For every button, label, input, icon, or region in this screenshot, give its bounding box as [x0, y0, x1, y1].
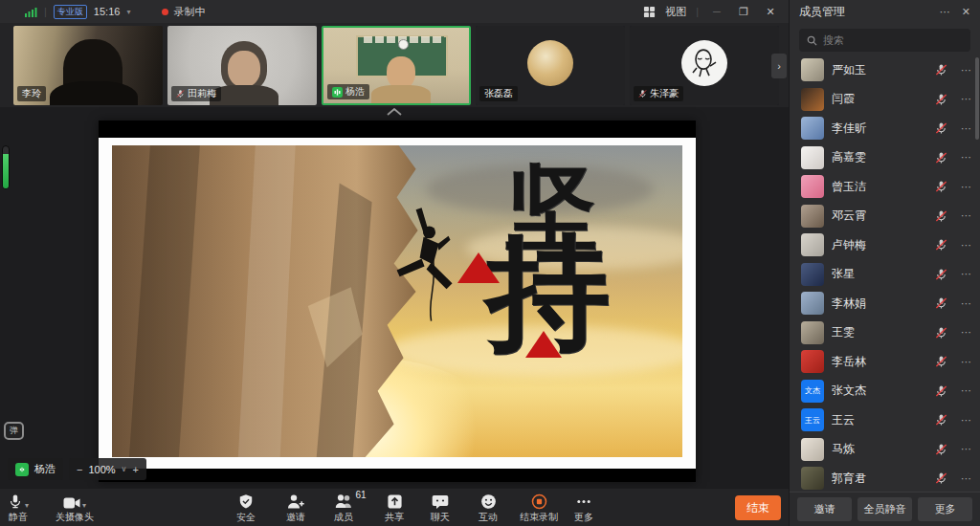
participant-avatar: [681, 40, 727, 86]
member-more-button[interactable]: ⋯: [961, 268, 972, 280]
muted-mic-icon[interactable]: [935, 384, 947, 398]
close-icon[interactable]: ✕: [762, 6, 779, 18]
member-row[interactable]: 文杰 张文杰 ⋯: [790, 377, 980, 406]
member-more-button[interactable]: ⋯: [961, 472, 972, 485]
panel-more-icon[interactable]: ⋯: [940, 6, 950, 18]
member-row[interactable]: 曾玉洁 ⋯: [790, 172, 980, 202]
member-row[interactable]: 李佳昕 ⋯: [790, 114, 980, 143]
muted-mic-icon[interactable]: [935, 443, 947, 456]
chat-button[interactable]: 聊天: [431, 492, 450, 524]
security-label: 安全: [236, 511, 256, 524]
recording-label: 录制中: [173, 5, 205, 19]
muted-mic-icon[interactable]: [935, 326, 947, 340]
member-more-button[interactable]: ⋯: [961, 297, 972, 310]
mic-dropdown-icon[interactable]: ▾: [25, 501, 29, 510]
camera-button[interactable]: ▾ 关摄像头: [56, 492, 94, 524]
muted-mic-icon[interactable]: [935, 93, 947, 106]
scrollbar[interactable]: [975, 57, 979, 140]
more-button[interactable]: 更多: [574, 492, 593, 524]
classroom-clock: [398, 39, 409, 50]
member-name: 闫霞: [832, 91, 927, 107]
camera-icon: [63, 496, 80, 510]
member-row[interactable]: 严如玉 ⋯: [790, 55, 980, 85]
muted-mic-icon[interactable]: [935, 355, 947, 368]
muted-mic-icon[interactable]: [935, 413, 947, 427]
member-row[interactable]: 邓云霄 ⋯: [790, 202, 980, 231]
member-more-button[interactable]: ⋯: [961, 181, 972, 193]
invite-button[interactable]: 邀请: [286, 492, 305, 524]
mute-all-button[interactable]: 全员静音: [858, 497, 912, 521]
participant-video[interactable]: 李玲: [13, 26, 163, 105]
mute-button[interactable]: ▾ 静音: [8, 492, 29, 524]
avatar: 王云: [801, 408, 824, 431]
member-more-button[interactable]: ⋯: [961, 122, 972, 135]
invite-footer-button[interactable]: 邀请: [797, 497, 852, 521]
minimize-icon[interactable]: ─: [708, 6, 725, 17]
member-row[interactable]: 王云 王云 ⋯: [790, 405, 980, 435]
zoom-dropdown-icon[interactable]: ∨: [122, 465, 127, 473]
member-list[interactable]: 严如玉 ⋯ 闫霞 ⋯ 李佳昕 ⋯ 高嘉雯 ⋯: [790, 55, 980, 492]
security-button[interactable]: 安全: [236, 492, 256, 524]
zoom-out-button[interactable]: −: [77, 464, 82, 475]
member-more-button[interactable]: ⋯: [961, 239, 972, 252]
footer-more-button[interactable]: 更多: [918, 497, 972, 521]
participant-silhouette: [387, 56, 415, 89]
member-more-button[interactable]: ⋯: [961, 414, 972, 427]
avatar: 文杰: [801, 380, 824, 403]
view-button[interactable]: 视图: [665, 5, 686, 19]
interact-button[interactable]: 互动: [479, 492, 498, 524]
member-more-button[interactable]: ⋯: [961, 384, 972, 397]
restore-icon[interactable]: ❐: [735, 6, 752, 18]
members-button[interactable]: 61 成员: [334, 492, 353, 524]
muted-mic-icon[interactable]: [935, 121, 947, 135]
avatar: [801, 117, 824, 140]
member-more-button[interactable]: ⋯: [961, 151, 972, 164]
stop-recording-button[interactable]: 结束录制: [520, 492, 558, 524]
member-search-input[interactable]: 搜索: [799, 29, 970, 52]
member-row[interactable]: 张星 ⋯: [790, 260, 980, 290]
member-more-button[interactable]: ⋯: [961, 93, 972, 105]
participant-silhouette: [50, 81, 138, 105]
member-row[interactable]: 马炼 ⋯: [790, 435, 980, 465]
zoom-level[interactable]: 100%: [88, 464, 115, 475]
muted-mic-icon[interactable]: [935, 296, 947, 310]
participant-video[interactable]: 朱泽豪: [630, 26, 779, 105]
participant-video[interactable]: 张磊磊: [476, 26, 625, 105]
camera-dropdown-icon[interactable]: ▾: [82, 501, 86, 510]
danmu-toggle-button[interactable]: 弹: [4, 422, 24, 440]
muted-mic-icon[interactable]: [935, 180, 947, 193]
filmstrip-scroll-right-button[interactable]: ›: [771, 54, 787, 78]
member-more-button[interactable]: ⋯: [961, 326, 972, 339]
member-row[interactable]: 李林娟 ⋯: [790, 289, 980, 318]
muted-mic-icon[interactable]: [935, 268, 947, 281]
zoom-in-button[interactable]: +: [132, 464, 138, 475]
view-grid-icon[interactable]: [643, 6, 656, 18]
member-row[interactable]: 卢钟梅 ⋯: [790, 230, 980, 260]
member-row[interactable]: 闫霞 ⋯: [790, 85, 980, 115]
participant-video[interactable]: 田莉梅: [167, 26, 317, 105]
meeting-time: 15:16: [94, 6, 121, 17]
member-name: 李岳林: [832, 354, 927, 370]
member-row[interactable]: 高嘉雯 ⋯: [790, 143, 980, 173]
member-more-button[interactable]: ⋯: [961, 64, 972, 77]
member-more-button[interactable]: ⋯: [961, 443, 972, 455]
member-more-button[interactable]: ⋯: [961, 209, 972, 222]
member-row[interactable]: 王雯 ⋯: [790, 318, 980, 348]
participant-video-active-speaker[interactable]: 杨浩: [322, 26, 471, 105]
panel-close-icon[interactable]: ✕: [962, 6, 970, 18]
muted-mic-icon[interactable]: [935, 238, 947, 252]
muted-mic-icon[interactable]: [935, 63, 947, 77]
end-meeting-button[interactable]: 结束: [735, 495, 781, 520]
presenter-name: 杨浩: [34, 462, 56, 476]
share-screen-button[interactable]: 共享: [385, 492, 404, 524]
share-label: 共享: [385, 511, 404, 524]
cliff-climber-illustration: [112, 145, 466, 457]
member-row[interactable]: 郭育君 ⋯: [790, 464, 980, 492]
muted-mic-icon[interactable]: [935, 209, 947, 223]
member-more-button[interactable]: ⋯: [961, 356, 972, 368]
time-dropdown-icon[interactable]: ▾: [126, 8, 130, 16]
collapse-filmstrip-icon[interactable]: [386, 108, 403, 116]
muted-mic-icon[interactable]: [935, 471, 947, 485]
muted-mic-icon[interactable]: [935, 151, 947, 164]
member-row[interactable]: 李岳林 ⋯: [790, 347, 980, 377]
